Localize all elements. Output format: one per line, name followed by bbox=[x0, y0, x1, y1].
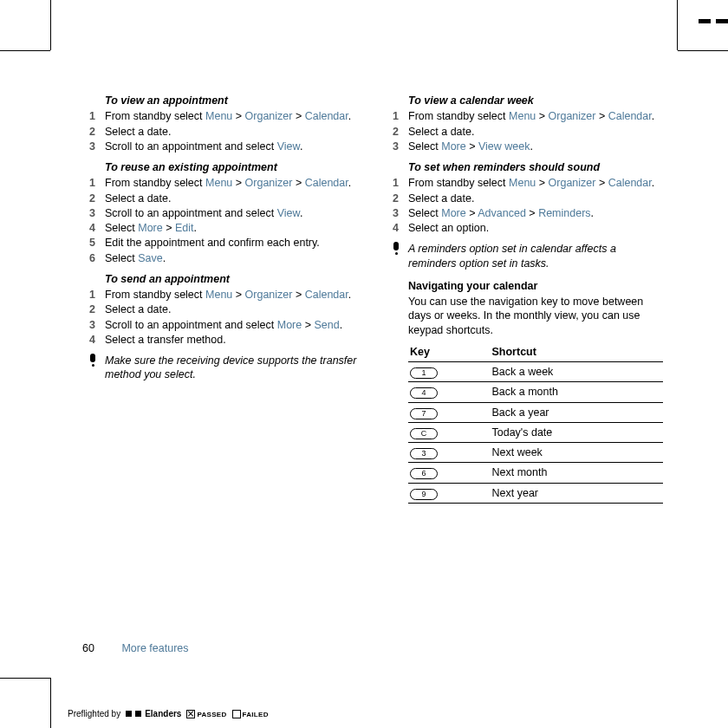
menu-link: Menu bbox=[205, 289, 232, 301]
menu-link: Organizer bbox=[549, 177, 596, 189]
step-item: Select Save. bbox=[82, 251, 360, 265]
menu-link: Save bbox=[138, 252, 163, 264]
menu-link: Advanced bbox=[478, 207, 526, 219]
keycap-icon: 3 bbox=[410, 448, 438, 459]
page-footer: 60 More features bbox=[82, 641, 189, 655]
heading-view-appt: To view an appointment bbox=[105, 94, 360, 107]
step-item: Edit the appointment and confirm each en… bbox=[82, 236, 360, 250]
step-item: From standby select Menu > Organizer > C… bbox=[82, 176, 360, 190]
cell-shortcut: Next week bbox=[491, 443, 664, 463]
menu-link: Reminders bbox=[538, 207, 590, 219]
step-item: Select a date. bbox=[386, 125, 663, 139]
menu-link: Calendar bbox=[608, 110, 652, 122]
cell-key: 1 bbox=[408, 362, 491, 382]
menu-link: View bbox=[277, 207, 300, 219]
note-reminders: A reminders option set in calendar affec… bbox=[391, 242, 663, 270]
menu-link: Calendar bbox=[305, 177, 348, 189]
menu-link: Calendar bbox=[305, 289, 348, 301]
step-item: Select a date. bbox=[82, 302, 360, 316]
menu-link: More bbox=[277, 319, 302, 331]
step-item: Scroll to an appointment and select View… bbox=[82, 206, 360, 220]
heading-reuse-appt: To reuse an existing appointment bbox=[105, 160, 360, 174]
keycap-icon: 6 bbox=[410, 468, 438, 479]
step-item: Select More > Edit. bbox=[82, 221, 360, 235]
menu-link: More bbox=[441, 140, 465, 153]
cell-shortcut: Back a year bbox=[491, 402, 664, 422]
note-text: Make sure the receiving device supports … bbox=[105, 354, 360, 382]
menu-link: More bbox=[441, 207, 465, 219]
step-item: Select a date. bbox=[82, 192, 360, 205]
steps-send-appt: From standby select Menu > Organizer > C… bbox=[82, 288, 360, 347]
menu-link: Organizer bbox=[245, 177, 293, 189]
cell-shortcut: Next year bbox=[491, 483, 664, 503]
cell-key: 7 bbox=[408, 402, 491, 422]
step-item: From standby select Menu > Organizer > C… bbox=[82, 109, 360, 123]
menu-link: View week bbox=[478, 140, 530, 153]
passed-badge: PASSED bbox=[186, 708, 226, 719]
preflight-label: Preflighted by bbox=[68, 708, 120, 719]
steps-reminders: From standby select Menu > Organizer > C… bbox=[386, 176, 663, 235]
table-row: 1Back a week bbox=[408, 362, 663, 382]
table-row: 3Next week bbox=[408, 443, 663, 463]
steps-view-week: From standby select Menu > Organizer > C… bbox=[386, 109, 663, 153]
keycap-icon: 1 bbox=[410, 367, 438, 379]
th-shortcut: Shortcut bbox=[491, 342, 664, 362]
page-content: To view an appointment From standby sele… bbox=[82, 87, 663, 504]
step-item: Select More > View week. bbox=[386, 140, 663, 153]
keycap-icon: 4 bbox=[410, 387, 438, 399]
page-number: 60 bbox=[82, 642, 94, 654]
preflight-bar: Preflighted by Elanders PASSED FAILED bbox=[68, 708, 269, 719]
steps-reuse-appt: From standby select Menu > Organizer > C… bbox=[82, 176, 360, 265]
nav-title: Navigating your calendar bbox=[408, 279, 663, 293]
menu-link: Edit bbox=[175, 222, 194, 234]
step-item: Scroll to an appointment and select More… bbox=[82, 318, 360, 332]
table-row: 6Next month bbox=[408, 463, 663, 483]
failed-badge: FAILED bbox=[232, 708, 269, 719]
note-icon bbox=[391, 242, 401, 270]
cell-shortcut: Back a month bbox=[491, 382, 664, 402]
th-key: Key bbox=[408, 342, 491, 362]
menu-link: Menu bbox=[205, 177, 232, 189]
note-transfer: Make sure the receiving device supports … bbox=[88, 354, 360, 382]
note-icon bbox=[88, 354, 98, 382]
heading-send-appt: To send an appointment bbox=[105, 272, 360, 286]
elanders-logo: Elanders bbox=[126, 708, 181, 719]
step-item: From standby select Menu > Organizer > C… bbox=[386, 109, 663, 123]
menu-link: View bbox=[277, 140, 300, 153]
menu-link: More bbox=[138, 222, 162, 234]
heading-view-week: To view a calendar week bbox=[408, 94, 663, 107]
table-row: 4Back a month bbox=[408, 382, 663, 402]
keycap-icon: C bbox=[410, 428, 438, 439]
cell-shortcut: Back a week bbox=[491, 362, 664, 382]
menu-link: Send bbox=[314, 319, 339, 331]
menu-link: Organizer bbox=[549, 110, 596, 122]
shortcuts-table: KeyShortcut 1Back a week4Back a month7Ba… bbox=[408, 342, 663, 504]
cell-key: 9 bbox=[408, 483, 491, 503]
menu-link: Menu bbox=[509, 177, 536, 189]
table-row: CToday's date bbox=[408, 422, 663, 442]
menu-link: Menu bbox=[509, 110, 536, 122]
table-row: 7Back a year bbox=[408, 402, 663, 422]
heading-reminders: To set when reminders should sound bbox=[408, 160, 663, 174]
step-item: Scroll to an appointment and select View… bbox=[82, 140, 360, 153]
right-column: To view a calendar week From standby sel… bbox=[386, 87, 663, 504]
nav-body: You can use the navigation key to move b… bbox=[408, 295, 663, 337]
steps-view-appt: From standby select Menu > Organizer > C… bbox=[82, 109, 360, 153]
keycap-icon: 7 bbox=[410, 408, 438, 419]
note-text: A reminders option set in calendar affec… bbox=[408, 242, 663, 270]
step-item: Select More > Advanced > Reminders. bbox=[386, 206, 663, 220]
table-row: 9Next year bbox=[408, 483, 663, 503]
cell-shortcut: Next month bbox=[491, 463, 664, 483]
step-item: Select a date. bbox=[386, 192, 663, 205]
menu-link: Calendar bbox=[608, 177, 652, 189]
cell-key: 6 bbox=[408, 463, 491, 483]
menu-link: Organizer bbox=[245, 110, 293, 122]
step-item: Select an option. bbox=[386, 221, 663, 235]
keycap-icon: 9 bbox=[410, 489, 438, 500]
section-name: More features bbox=[121, 642, 188, 654]
menu-link: Organizer bbox=[245, 289, 293, 301]
menu-link: Menu bbox=[205, 110, 232, 122]
cell-key: 3 bbox=[408, 443, 491, 463]
menu-link: Calendar bbox=[305, 110, 348, 122]
cell-key: C bbox=[408, 422, 491, 442]
